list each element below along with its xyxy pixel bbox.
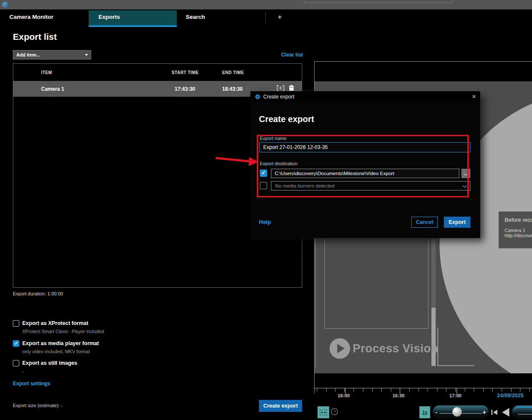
tab-exports-label: Exports xyxy=(98,14,120,20)
export-duration-text: Export duration: 1:00:00 xyxy=(13,291,63,296)
xprotect-format-sublabel: XProtect Smart Client - Player included xyxy=(22,329,104,334)
column-header-end-time: END TIME xyxy=(222,70,244,75)
slider-minus-label[interactable]: - xyxy=(435,408,437,416)
export-settings-link[interactable]: Export settings xyxy=(13,381,50,387)
chevron-down-icon xyxy=(85,54,88,56)
video-scene-line xyxy=(315,238,316,368)
shuttle-slider[interactable] xyxy=(512,405,532,419)
watermark: Process Vision xyxy=(330,338,438,359)
tab-search-label: Search xyxy=(186,14,205,20)
watermark-text: Process Vision xyxy=(353,342,438,355)
tooltip-camera-url: http://discove xyxy=(505,233,532,238)
new-tab-label: + xyxy=(278,13,282,21)
set-time-span-icon[interactable] xyxy=(276,85,285,91)
media-player-format-sublabel: only video included, MKV format xyxy=(22,349,90,354)
export-button[interactable]: Export xyxy=(444,217,470,228)
timeline-tick-label: 16:30 xyxy=(392,393,404,398)
xprotect-format-label: Export as XProtect format xyxy=(22,320,88,326)
timeline-tick-label: 16:00 xyxy=(338,393,350,398)
time-selection-icon xyxy=(320,410,327,415)
app-logo-diamond-icon xyxy=(2,1,9,8)
playback-speed-slider[interactable]: - + xyxy=(433,405,489,419)
media-player-format-label: Export as media player format xyxy=(22,340,99,346)
video-scene-bar-dark xyxy=(431,238,436,307)
tab-bar: Camera Monitor Exports Search + xyxy=(0,9,532,27)
tab-divider xyxy=(265,12,266,23)
tooltip-title: Before reco xyxy=(505,217,532,223)
tab-camera-monitor-label: Camera Monitor xyxy=(9,14,53,20)
video-scene-l-line-horizontal xyxy=(437,365,474,366)
column-header-start-time: START TIME xyxy=(172,70,199,75)
smart-client-window: Camera Monitor Exports Search + Export l… xyxy=(0,0,532,420)
row-start-time: 17:43:30 xyxy=(175,86,195,92)
delete-item-icon[interactable] xyxy=(289,85,294,91)
slider-plus-label[interactable]: + xyxy=(482,408,486,416)
still-images-format-sublabel: - xyxy=(22,369,24,374)
clear-list-link[interactable]: Clear list xyxy=(281,52,303,58)
cancel-button[interactable]: Cancel xyxy=(411,217,438,228)
tab-exports[interactable]: Exports xyxy=(98,9,120,24)
timeline-minor-ticks xyxy=(317,388,532,392)
play-watermark-icon xyxy=(330,338,350,359)
table-header: ITEM START TIME END TIME xyxy=(13,64,302,81)
media-player-format-checkbox[interactable] xyxy=(13,340,19,347)
annotation-red-rectangle xyxy=(257,135,469,197)
camera-tile-header[interactable]: Camera 1 - 11/12/2025 18:36:57.202 xyxy=(315,62,532,81)
clock-icon[interactable] xyxy=(330,408,339,416)
new-tab-button[interactable]: + xyxy=(278,9,282,24)
slider-knob[interactable] xyxy=(452,407,462,417)
create-export-button[interactable]: Create export xyxy=(259,400,302,412)
annotation-red-arrow xyxy=(214,153,259,167)
tooltip-camera-name: Camera 1 xyxy=(505,228,532,233)
still-images-format-checkbox[interactable] xyxy=(13,360,19,366)
column-header-item: ITEM xyxy=(41,70,52,75)
dialog-title: Create export xyxy=(263,94,294,100)
row-end-time: 18:43:30 xyxy=(222,86,243,92)
play-backward-button[interactable] xyxy=(501,407,510,417)
close-icon[interactable]: × xyxy=(472,93,476,101)
page-title: Export list xyxy=(13,32,57,42)
tab-camera-monitor[interactable]: Camera Monitor xyxy=(9,9,53,24)
dialog-heading: Create export xyxy=(259,114,314,124)
timeline-date-label: 24/09/2025 xyxy=(497,393,524,399)
export-size-estimate-text: Export size (estimate): - xyxy=(13,403,62,408)
timeline-tick-label: 17:00 xyxy=(449,393,461,398)
tab-exports-underline xyxy=(89,25,177,27)
dialog-logo-diamond-icon xyxy=(255,94,261,100)
time-selection-mode-button[interactable] xyxy=(318,406,329,418)
titlebar-search-box[interactable] xyxy=(304,0,452,3)
help-link[interactable]: Help xyxy=(259,219,271,225)
window-titlebar xyxy=(0,0,532,9)
still-images-format-label: Export as still images xyxy=(22,360,77,366)
camera-tooltip: Before reco Camera 1 http://discove xyxy=(499,211,532,248)
playback-speed-button[interactable]: 1x xyxy=(419,406,430,418)
add-item-label: Add item... xyxy=(16,52,40,57)
xprotect-format-checkbox[interactable] xyxy=(13,320,19,327)
row-item-name: Camera 1 xyxy=(41,86,64,92)
step-backward-button[interactable] xyxy=(490,409,498,416)
dialog-titlebar[interactable]: Create export × xyxy=(250,91,480,102)
tab-search[interactable]: Search xyxy=(186,9,205,24)
add-item-dropdown[interactable]: Add item... xyxy=(13,50,91,60)
